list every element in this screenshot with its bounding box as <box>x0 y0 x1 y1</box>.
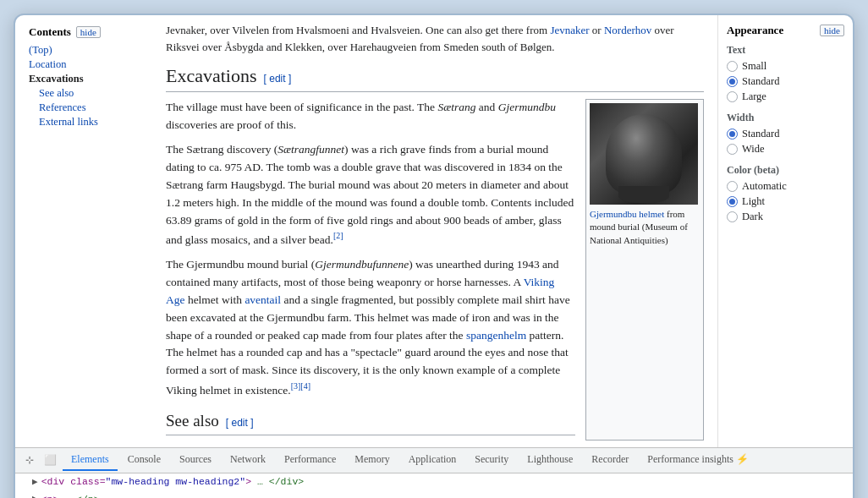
color-light-radio[interactable] <box>727 196 738 207</box>
see-also-heading: See also [ edit ] <box>166 408 575 435</box>
aventail-link[interactable]: aventail <box>244 293 281 306</box>
color-options-group: Color (beta) Automatic Light Dark <box>727 164 844 223</box>
saetrang-paragraph: The Sætrang discovery (Sætrangfunnet) wa… <box>166 141 575 249</box>
helmet-shape <box>606 114 682 194</box>
width-wide-radio[interactable] <box>727 144 738 155</box>
gjermundbu-helmet-link[interactable]: Gjermundbu helmet <box>590 209 664 219</box>
color-dark-option[interactable]: Dark <box>727 211 844 223</box>
text-large-option[interactable]: Large <box>727 90 844 103</box>
toc-item-location[interactable]: Location <box>29 58 152 71</box>
excavations-heading: Excavations [ edit ] <box>166 62 704 92</box>
toc-list: (Top) Location Excavations See also Refe… <box>29 44 152 129</box>
width-label: Width <box>727 112 844 124</box>
collapse-arrow-1[interactable]: ▶ <box>32 475 38 490</box>
tab-performance[interactable]: Performance <box>276 450 344 471</box>
tab-network[interactable]: Network <box>222 450 274 471</box>
ref-34[interactable]: [3][4] <box>291 381 310 391</box>
color-light-option[interactable]: Light <box>727 195 844 208</box>
text-large-radio[interactable] <box>727 91 738 102</box>
top-paragraph: Jevnaker, over Vilvelen from Hvalsmoeni … <box>166 22 704 55</box>
appearance-hide-button[interactable]: hide <box>820 25 844 36</box>
color-automatic-radio[interactable] <box>727 181 738 192</box>
spangenhelm-link[interactable]: spangenhelm <box>466 329 526 342</box>
width-wide-option[interactable]: Wide <box>727 143 844 156</box>
code-line-2[interactable]: ▶ <p> … </p> <box>15 491 853 498</box>
see-also-edit-link[interactable]: [ edit ] <box>226 415 254 431</box>
appearance-panel: Appearance hide Text Small Standard Larg… <box>717 15 853 447</box>
text-options-group: Text Small Standard Large <box>727 44 844 103</box>
collapse-arrow-2[interactable]: ▶ <box>32 492 38 498</box>
toc-item-top[interactable]: (Top) <box>29 44 152 57</box>
figure-box: Gjermundbu helmet from mound burial (Mus… <box>585 99 704 441</box>
devtools-panel: ⊹ ⬜ Elements Console Sources Network Per… <box>15 447 853 498</box>
cursor-icon[interactable]: ⊹ <box>22 453 37 468</box>
devtools-tabs: ⊹ ⬜ Elements Console Sources Network Per… <box>15 448 853 473</box>
tab-lighthouse[interactable]: Lighthouse <box>519 450 581 471</box>
table-of-contents: Contents hide (Top) Location Excavations… <box>15 15 159 447</box>
wiki-article: Jevnaker, over Vilvelen from Hvalsmoeni … <box>159 15 717 447</box>
tab-recorder[interactable]: Recorder <box>583 450 637 471</box>
inspector-icon[interactable]: ⬜ <box>42 453 58 468</box>
tab-performance-insights[interactable]: Performance insights ⚡ <box>639 450 757 471</box>
excavations-edit-link[interactable]: [ edit ] <box>264 71 292 86</box>
toc-title: Contents <box>29 25 71 39</box>
devtools-content: ▶ <div class="mw-heading mw-heading2"> …… <box>15 473 853 498</box>
norderhov-link[interactable]: Norderhov <box>604 24 651 36</box>
text-standard-option[interactable]: Standard <box>727 75 844 88</box>
figure-caption: Gjermundbu helmet from mound burial (Mus… <box>590 208 700 247</box>
helmet-image <box>590 103 698 205</box>
tab-console[interactable]: Console <box>119 450 169 471</box>
toc-item-see-also[interactable]: See also <box>29 87 152 100</box>
tab-security[interactable]: Security <box>466 450 517 471</box>
color-dark-radio[interactable] <box>727 211 738 222</box>
toc-header: Contents hide <box>29 25 152 39</box>
tab-memory[interactable]: Memory <box>346 450 398 471</box>
code-line-1[interactable]: ▶ <div class="mw-heading mw-heading2"> …… <box>15 473 853 490</box>
toc-item-excavations[interactable]: Excavations <box>29 73 152 85</box>
appearance-title: Appearance <box>727 24 783 37</box>
browser-window: Contents hide (Top) Location Excavations… <box>14 14 854 498</box>
text-small-option[interactable]: Small <box>727 60 844 73</box>
tab-application[interactable]: Application <box>400 450 465 471</box>
toc-item-external-links[interactable]: External links <box>29 116 152 129</box>
text-standard-radio[interactable] <box>727 76 738 87</box>
toc-item-references[interactable]: References <box>29 101 152 114</box>
tab-sources[interactable]: Sources <box>171 450 220 471</box>
width-options-group: Width Standard Wide <box>727 112 844 156</box>
toc-hide-button[interactable]: hide <box>76 26 101 38</box>
tab-elements[interactable]: Elements <box>63 450 118 471</box>
jevnaker-link[interactable]: Jevnaker <box>550 24 589 36</box>
color-automatic-option[interactable]: Automatic <box>727 180 844 193</box>
width-standard-radio[interactable] <box>727 129 738 140</box>
width-standard-option[interactable]: Standard <box>727 128 844 140</box>
text-label: Text <box>727 44 844 57</box>
article-text: The village must have been of significan… <box>166 99 575 441</box>
ref-2[interactable]: [2] <box>333 231 343 240</box>
text-small-radio[interactable] <box>727 61 738 72</box>
article-body: The village must have been of significan… <box>166 99 704 441</box>
appearance-header: Appearance hide <box>727 24 844 37</box>
main-content-area: Contents hide (Top) Location Excavations… <box>15 15 853 447</box>
intro-paragraph: The village must have been of significan… <box>166 99 575 134</box>
viking-age-link[interactable]: Viking Age <box>166 276 554 306</box>
gjermundbu-paragraph: The Gjermundbu mound burial (Gjermundbuf… <box>166 256 575 400</box>
color-label: Color (beta) <box>727 164 844 177</box>
